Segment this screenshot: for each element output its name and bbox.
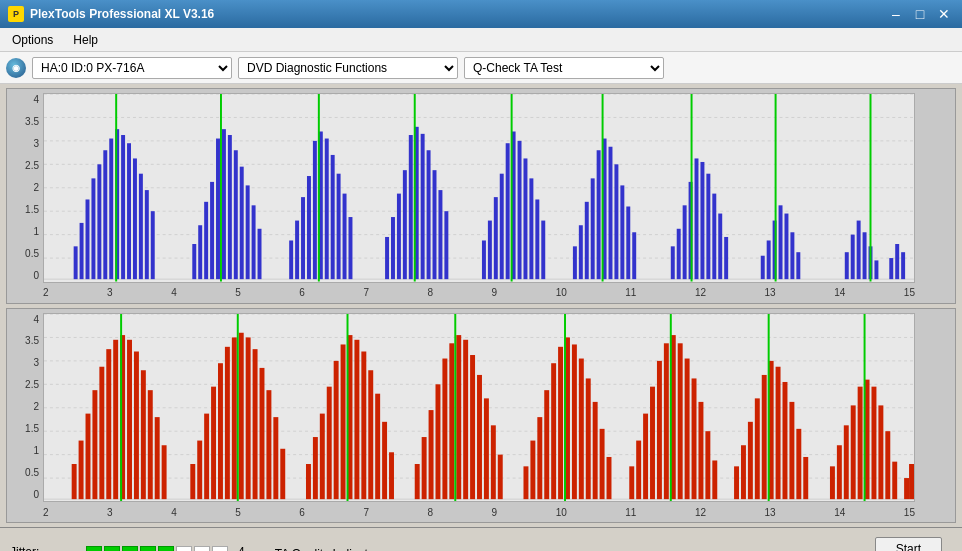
- jitter-row: Jitter: 4: [10, 545, 245, 552]
- svg-rect-80: [614, 164, 618, 279]
- svg-rect-68: [523, 158, 527, 279]
- svg-rect-77: [597, 150, 601, 279]
- svg-rect-38: [295, 221, 299, 280]
- svg-rect-10: [80, 223, 84, 279]
- svg-rect-211: [748, 421, 753, 498]
- svg-rect-199: [657, 360, 662, 498]
- svg-rect-89: [695, 158, 699, 279]
- svg-rect-181: [523, 466, 528, 499]
- svg-rect-202: [678, 343, 683, 499]
- svg-rect-83: [632, 232, 636, 279]
- svg-rect-104: [845, 252, 849, 279]
- svg-rect-179: [498, 454, 503, 499]
- svg-rect-46: [343, 194, 347, 280]
- function-select[interactable]: DVD Diagnostic Functions: [238, 57, 458, 79]
- svg-rect-163: [375, 393, 380, 498]
- svg-rect-144: [232, 337, 237, 499]
- svg-rect-9: [74, 246, 78, 279]
- svg-rect-198: [650, 386, 655, 499]
- svg-rect-40: [307, 176, 311, 279]
- menu-help[interactable]: Help: [65, 31, 106, 49]
- svg-rect-101: [790, 232, 794, 279]
- svg-rect-184: [544, 390, 549, 499]
- svg-rect-227: [871, 386, 876, 499]
- svg-rect-34: [252, 205, 256, 279]
- svg-rect-233: [909, 464, 914, 499]
- svg-rect-39: [301, 197, 305, 279]
- svg-rect-112: [901, 252, 905, 279]
- close-button[interactable]: ✕: [934, 4, 954, 24]
- svg-rect-222: [837, 445, 842, 499]
- svg-rect-109: [874, 260, 878, 279]
- svg-rect-85: [671, 246, 675, 279]
- svg-rect-124: [79, 440, 84, 499]
- svg-rect-35: [258, 229, 262, 279]
- app-icon: P: [8, 6, 24, 22]
- svg-rect-110: [889, 258, 893, 279]
- svg-rect-217: [789, 401, 794, 498]
- svg-rect-209: [734, 466, 739, 499]
- svg-rect-135: [155, 417, 160, 499]
- svg-rect-76: [591, 178, 595, 279]
- svg-rect-45: [337, 174, 341, 279]
- svg-rect-167: [415, 464, 420, 499]
- maximize-button[interactable]: □: [910, 4, 930, 24]
- svg-rect-28: [216, 139, 220, 280]
- svg-rect-57: [433, 170, 437, 279]
- svg-rect-147: [253, 349, 258, 499]
- svg-rect-55: [421, 134, 425, 279]
- svg-rect-90: [700, 162, 704, 279]
- svg-rect-126: [92, 390, 97, 499]
- svg-rect-132: [134, 351, 139, 499]
- start-button[interactable]: Start: [875, 537, 942, 552]
- svg-rect-162: [368, 370, 373, 499]
- minimize-button[interactable]: –: [886, 4, 906, 24]
- svg-rect-12: [91, 178, 95, 279]
- svg-rect-29: [222, 129, 226, 279]
- svg-rect-174: [463, 339, 468, 498]
- svg-rect-156: [327, 386, 332, 499]
- ta-quality-section: TA Quality Indicator: Very Good: [275, 547, 382, 552]
- svg-rect-168: [422, 437, 427, 499]
- svg-rect-142: [218, 363, 223, 499]
- svg-rect-22: [151, 211, 155, 279]
- svg-rect-145: [239, 332, 244, 498]
- svg-rect-94: [724, 237, 728, 279]
- title-bar: P PlexTools Professional XL V3.16 – □ ✕: [0, 0, 962, 28]
- title-bar-left: P PlexTools Professional XL V3.16: [8, 6, 214, 22]
- drive-select[interactable]: HA:0 ID:0 PX-716A: [32, 57, 232, 79]
- svg-rect-69: [529, 178, 533, 279]
- svg-rect-32: [240, 167, 244, 280]
- test-select[interactable]: Q-Check TA Test: [464, 57, 664, 79]
- svg-rect-75: [585, 202, 589, 279]
- svg-rect-171: [442, 358, 447, 499]
- svg-rect-149: [266, 390, 271, 499]
- svg-rect-157: [334, 360, 339, 498]
- svg-rect-175: [470, 355, 475, 499]
- jitter-label: Jitter:: [10, 545, 80, 552]
- svg-rect-61: [482, 240, 486, 279]
- svg-rect-133: [141, 370, 146, 499]
- svg-rect-169: [429, 410, 434, 499]
- svg-rect-33: [246, 185, 250, 279]
- top-chart-y-axis: 4 3.5 3 2.5 2 1.5 1 0.5 0: [7, 93, 43, 283]
- svg-rect-216: [783, 381, 788, 498]
- svg-rect-210: [741, 445, 746, 499]
- svg-rect-27: [210, 182, 214, 279]
- svg-rect-189: [579, 358, 584, 499]
- svg-rect-102: [796, 252, 800, 279]
- svg-rect-207: [712, 460, 717, 499]
- svg-rect-93: [718, 214, 722, 280]
- menu-options[interactable]: Options: [4, 31, 61, 49]
- svg-rect-52: [403, 170, 407, 279]
- svg-rect-160: [354, 339, 359, 498]
- toolbar: ◉ HA:0 ID:0 PX-716A DVD Diagnostic Funct…: [0, 52, 962, 84]
- svg-rect-73: [573, 246, 577, 279]
- jitter-block-3: [122, 546, 138, 552]
- svg-rect-228: [878, 405, 883, 499]
- svg-rect-176: [477, 374, 482, 498]
- svg-rect-31: [234, 150, 238, 279]
- svg-rect-173: [456, 335, 461, 499]
- svg-rect-139: [197, 440, 202, 499]
- svg-rect-70: [535, 199, 539, 279]
